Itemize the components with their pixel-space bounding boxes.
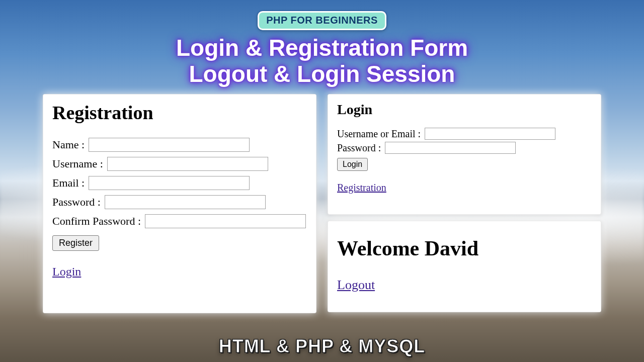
confirm-password-label: Confirm Password : — [52, 215, 141, 228]
name-label: Name : — [52, 138, 85, 151]
login-button[interactable]: Login — [337, 158, 368, 171]
confirm-password-input[interactable] — [145, 214, 306, 228]
main-title: Login & Registration Form Logout & Login… — [176, 35, 468, 87]
footer-text: HTML & PHP & MYSQL — [0, 336, 644, 357]
header-badge: PHP FOR BEGINNERS — [258, 11, 386, 30]
welcome-panel: Welcome David Logout — [328, 221, 601, 312]
email-label: Email : — [52, 176, 85, 190]
login-password-input[interactable] — [385, 142, 516, 154]
name-input[interactable] — [89, 138, 250, 152]
welcome-heading: Welcome David — [337, 236, 592, 260]
registration-panel: Registration Name : Username : Email : P… — [43, 94, 316, 313]
title-line-1: Login & Registration Form — [176, 35, 468, 61]
login-user-label: Username or Email : — [337, 128, 421, 140]
login-link[interactable]: Login — [52, 265, 81, 279]
username-input[interactable] — [107, 157, 268, 171]
login-panel: Login Username or Email : Password : Log… — [328, 94, 601, 215]
password-input[interactable] — [105, 195, 266, 209]
registration-link[interactable]: Registration — [337, 182, 386, 194]
password-label: Password : — [52, 196, 101, 209]
registration-heading: Registration — [52, 102, 307, 124]
title-line-2: Logout & Login Session — [176, 61, 468, 87]
username-label: Username : — [52, 157, 103, 170]
login-heading: Login — [337, 102, 592, 118]
login-password-label: Password : — [337, 142, 381, 154]
register-button[interactable]: Register — [52, 235, 99, 251]
logout-link[interactable]: Logout — [337, 278, 375, 293]
login-user-input[interactable] — [425, 128, 555, 140]
email-input[interactable] — [89, 176, 250, 190]
